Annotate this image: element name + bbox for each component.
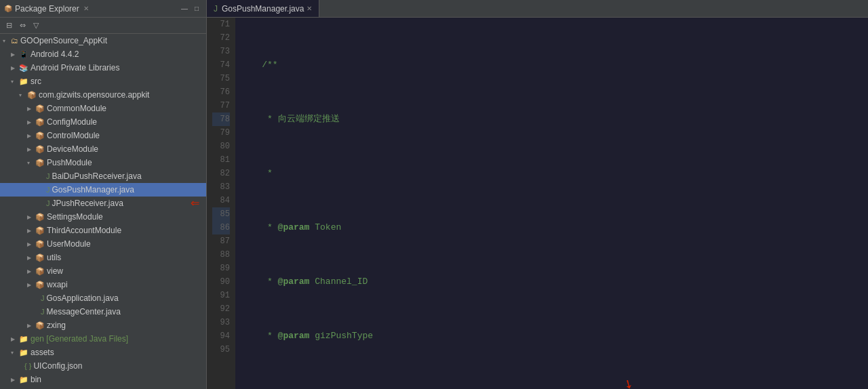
tree-item-configmodule[interactable]: ▶ 📦 ConfigModule [0,115,206,129]
tree-item-messagecenter[interactable]: J MessageCenter.java [0,305,206,319]
panel-title-close[interactable]: ✕ [83,5,89,12]
line-num-83: 83 [212,180,230,194]
line-num-74: 74 [212,58,230,72]
tree-arrow-controlmodule: ▶ [27,133,35,139]
tree-label-configmodule: ConfigModule [47,117,97,127]
line-num-93: 93 [212,316,230,329]
package-explorer-icon: 📦 [4,5,12,12]
tree-label-view: view [47,266,63,276]
tree-arrow-thirdaccountmodule: ▶ [27,228,35,234]
assets-folder-icon: 📁 [19,348,28,357]
module-user-icon: 📦 [35,240,45,249]
tree-arrow-zxing: ▶ [27,323,35,329]
gen-folder-icon: 📁 [19,335,28,344]
tree-item-usermodule[interactable]: ▶ 📦 UserModule [0,237,206,251]
tree-item-com[interactable]: ▾ 📦 com.gizwits.opensource.appkit [0,88,206,102]
tree-item-baidupush[interactable]: J BaiDuPushReceiver.java [0,169,206,183]
line-num-73: 73 [212,45,230,58]
panel-title-area: 📦 Package Explorer ✕ [4,4,89,14]
tree-arrow-utils: ▶ [27,255,35,261]
tree-menu-button[interactable]: ▽ [30,20,42,32]
line-num-85: 85 [212,207,230,221]
tree-label-settingsmodule: SettingsModule [47,212,103,222]
tree-label-pushmodule: PushModule [47,158,92,167]
module-thirdaccount-icon: 📦 [35,226,45,235]
tree-item-gospushmanager[interactable]: J GosPushManager.java [0,183,206,197]
line-num-86: 86 [212,221,230,234]
tree-arrow-root: ▾ [3,38,11,44]
line-num-77: 77 [212,99,230,112]
tree-item-android-private[interactable]: ▶ 📚 Android Private Libraries [0,61,206,75]
line-num-81: 81 [212,153,230,167]
tree-item-commonmodule[interactable]: ▶ 📦 CommonModule [0,102,206,115]
tree-label-com: com.gizwits.opensource.appkit [39,90,149,100]
tab-close-button[interactable]: ✕ [307,5,312,12]
tree-label-jpushreceiver: JPushReceiver.java [52,199,123,208]
code-editor-panel: J GosPushManager.java ✕ 71 72 73 74 75 7… [207,0,868,389]
line-num-82: 82 [212,167,230,180]
tree-item-thirdaccountmodule[interactable]: ▶ 📦 ThirdAccountModule [0,224,206,237]
tree-arrow-configmodule: ▶ [27,119,35,125]
tree-item-pushmodule[interactable]: ▾ 📦 PushModule [0,156,206,169]
panel-actions: — □ [179,3,202,14]
package-wxapi-icon: 📦 [35,281,45,289]
maximize-button[interactable]: □ [191,3,202,14]
tree-label-gosapplication: GosApplication.java [47,293,119,303]
code-line-75: * @param Channel_ID [241,275,863,289]
code-line-73: * [241,167,863,180]
java-gosapp-icon: J [41,294,45,302]
tree-item-settingsmodule[interactable]: ▶ 📦 SettingsModule [0,210,206,224]
code-area[interactable]: 71 72 73 74 75 76 77 78 79 80 81 82 83 8… [207,18,868,389]
json-icon: { } [24,362,31,370]
code-line-77: */ ➘ [241,384,863,389]
tree-red-arrow-icon: ⇐ [191,197,199,209]
tree-item-jpushreceiver[interactable]: J JPushReceiver.java ⇐ [0,197,206,210]
tree-item-assets[interactable]: ▾ 📁 assets [0,346,206,359]
module-push-icon: 📦 [35,159,45,167]
tree-item-src[interactable]: ▾ 📁 src [0,75,206,88]
line-num-80: 80 [212,140,230,153]
tree-item-wxapi[interactable]: ▶ 📦 wxapi [0,278,206,291]
main-layout: 📦 Package Explorer ✕ — □ ⊟ ⇔ ▽ ▾ 🗂 GOOpe… [0,0,868,389]
tree-arrow-com: ▾ [19,92,27,98]
tree-label-uiconfig: UIConfig.json [33,361,82,371]
java-messagecenter-icon: J [41,308,45,316]
tree-label-zxing: zxing [47,321,66,330]
editor-tab-gospushmanager[interactable]: J GosPushManager.java ✕ [207,0,319,17]
tree-label-gen: gen [Generated Java Files] [31,334,128,344]
tree-item-root[interactable]: ▾ 🗂 GOOpenSource_AppKit [0,34,206,47]
tree-label-baidupush: BaiDuPushReceiver.java [52,171,142,181]
minimize-button[interactable]: — [179,3,190,14]
code-line-76: * @param gizPushType [241,329,863,343]
tree-arrow-view: ▶ [27,268,35,274]
tree-arrow-settingsmodule: ▶ [27,214,35,220]
tree-item-zxing[interactable]: ▶ 📦 zxing [0,319,206,332]
line-num-87: 87 [212,234,230,248]
module-control-icon: 📦 [35,131,45,140]
tree-label-devicemodule: DeviceModule [47,144,98,154]
code-content[interactable]: /** * 向云端绑定推送 * * @param Token * @param … [235,18,868,389]
link-editor-button[interactable]: ⇔ [16,20,28,32]
tree-item-devicemodule[interactable]: ▶ 📦 DeviceModule [0,142,206,156]
code-line-71: /** [241,58,863,72]
collapse-all-button[interactable]: ⊟ [3,20,15,32]
tree-label-android-private: Android Private Libraries [31,63,119,73]
tree-item-bin[interactable]: ▶ 📁 bin [0,373,206,386]
tab-java-icon: J [214,4,218,14]
tree-item-uiconfig[interactable]: { } UIConfig.json [0,359,206,373]
line-num-92: 92 [212,302,230,316]
tree-item-gosapplication[interactable]: J GosApplication.java [0,291,206,305]
java-gospush-icon: J [46,186,50,194]
tree-item-utils[interactable]: ▶ 📦 utils [0,251,206,264]
tree-content[interactable]: ▾ 🗂 GOOpenSource_AppKit ▶ 📱 Android 4.4.… [0,34,206,389]
tree-item-gen[interactable]: ▶ 📁 gen [Generated Java Files] [0,332,206,346]
line-num-90: 90 [212,275,230,289]
tree-arrow-src: ▾ [11,79,19,85]
tree-item-view[interactable]: ▶ 📦 view [0,264,206,278]
bin-folder-icon: 📁 [19,375,28,384]
code-line-74: * @param Token [241,221,863,234]
tree-item-controlmodule[interactable]: ▶ 📦 ControlModule [0,129,206,142]
tree-label-src: src [31,77,41,86]
tree-item-android[interactable]: ▶ 📱 Android 4.4.2 [0,47,206,61]
java-baidupush-icon: J [46,172,50,180]
